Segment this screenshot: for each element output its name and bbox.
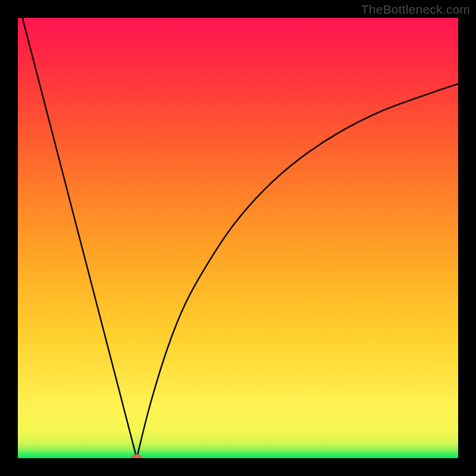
gradient-background: [18, 18, 458, 458]
chart-svg: [18, 18, 458, 458]
plot-area: [18, 18, 458, 458]
watermark-text: TheBottleneck.com: [361, 2, 470, 17]
chart-frame: TheBottleneck.com: [0, 0, 476, 476]
